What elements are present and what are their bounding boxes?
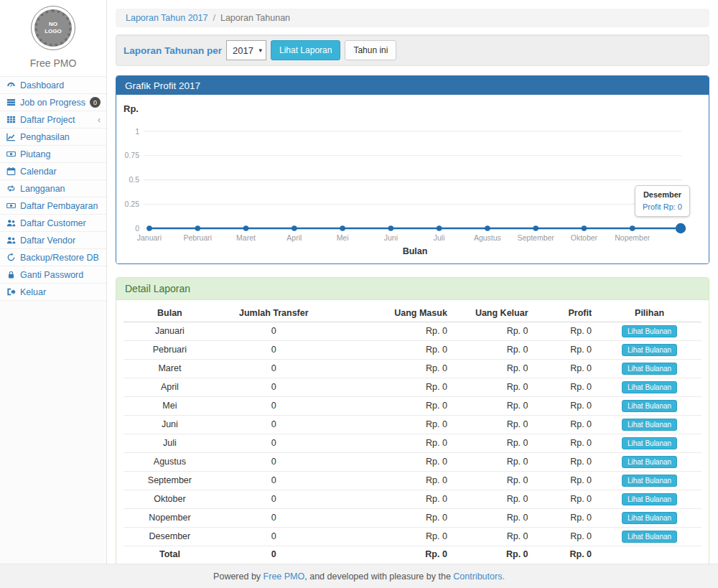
table-cell: Desember [123,527,216,546]
table-row: April0Rp. 0Rp. 0Rp. 0Lihat Bulanan [123,378,701,396]
lihat-bulanan-button[interactable]: Lihat Bulanan [622,531,677,543]
lihat-bulanan-button[interactable]: Lihat Bulanan [622,437,677,449]
x-tick-label: Juni [384,233,398,242]
sidebar-item-label: Ganti Password [20,270,83,280]
y-tick-label: 1 [135,127,139,136]
money-icon [6,201,16,211]
sidebar-item-job-on-progress[interactable]: Job on Progress0 [0,94,106,111]
y-tick-label: 0.25 [125,200,140,208]
table-cell: Rp. 0 [534,396,598,415]
lihat-laporan-button[interactable]: Lihat Laporan [271,40,340,60]
table-cell: Rp. 0 [534,415,598,434]
lihat-bulanan-button[interactable]: Lihat Bulanan [622,400,677,412]
sidebar-item-piutang[interactable]: Piutang [0,146,106,163]
table-cell: Rp. 0 [453,527,534,546]
table-row: Mei0Rp. 0Rp. 0Rp. 0Lihat Bulanan [123,396,701,415]
data-point-april[interactable] [292,225,297,231]
data-point-maret[interactable] [243,225,249,231]
table-header-row: BulanJumlah TransferUang MasukUang Kelua… [123,304,701,322]
lihat-bulanan-button[interactable]: Lihat Bulanan [622,512,677,524]
data-point-januari[interactable] [146,225,152,231]
sidebar-item-backup-restore-db[interactable]: Backup/Restore DB [0,249,106,266]
free-pmo-link[interactable]: Free PMO [264,571,305,582]
sidebar-item-daftar-pembayaran[interactable]: Daftar Pembayaran [0,197,106,215]
chevron-down-icon: ▾ [258,47,262,54]
gauge-icon [6,80,16,90]
data-point-september[interactable] [533,225,538,231]
sidebar-item-penghasilan[interactable]: Penghasilan [0,129,106,146]
table-cell: Juni [123,415,216,434]
table-row: Agustus0Rp. 0Rp. 0Rp. 0Lihat Bulanan [123,452,701,471]
y-tick-label: 0 [135,224,139,233]
x-tick-label: September [517,233,554,242]
table-row: Oktober0Rp. 0Rp. 0Rp. 0Lihat Bulanan [123,490,701,508]
x-tick-label: Pebruari [183,233,212,242]
table-cell: Rp. 0 [332,508,453,527]
table-cell: Rp. 0 [332,340,453,359]
tahun-ini-button[interactable]: Tahun ini [345,40,396,60]
data-point-juli[interactable] [437,225,442,231]
data-point-pebruari[interactable] [195,225,200,231]
y-tick-label: 0.5 [129,175,139,184]
list-icon [6,98,16,108]
lihat-bulanan-button[interactable]: Lihat Bulanan [622,493,677,505]
users-icon [6,235,16,246]
x-tick-label: Oktober [571,233,598,242]
table-cell: Rp. 0 [453,378,534,396]
breadcrumb-link-laporan-tahun[interactable]: Laporan Tahun 2017 [126,13,208,23]
sidebar-item-daftar-customer[interactable]: Daftar Customer [0,215,106,232]
line-chart-icon [6,132,16,142]
contributors-link[interactable]: Contributors. [453,571,505,582]
lihat-bulanan-button[interactable]: Lihat Bulanan [622,419,677,431]
tooltip-value: Profit Rp: 0 [643,201,682,213]
table-cell: Rp. 0 [332,359,453,378]
report-filter-bar: Laporan Tahunan per 2017 ▾ Lihat Laporan… [116,34,709,66]
table-cell: Rp. 0 [453,359,534,378]
sidebar-item-dashboard[interactable]: Dashboard [0,77,106,94]
data-point-oktober[interactable] [582,225,587,231]
table-cell: Rp. 0 [332,378,453,396]
table-cell: Rp. 0 [332,322,453,340]
sidebar-item-keluar[interactable]: Keluar [0,284,106,301]
chart-panel-body: Rp.10.750.50.250JanuariPebruariMaretApri… [116,95,709,263]
sidebar-item-daftar-vendor[interactable]: Daftar Vendor [0,232,106,249]
table-row: Juni0Rp. 0Rp. 0Rp. 0Lihat Bulanan [123,415,701,434]
table-cell: 0 [216,340,332,359]
lihat-bulanan-button[interactable]: Lihat Bulanan [622,325,677,337]
table-row: Januari0Rp. 0Rp. 0Rp. 0Lihat Bulanan [123,322,701,340]
data-point-agustus[interactable] [485,225,490,231]
lihat-bulanan-button[interactable]: Lihat Bulanan [622,381,677,393]
table-row: September0Rp. 0Rp. 0Rp. 0Lihat Bulanan [123,471,701,490]
data-point-nopember[interactable] [630,225,635,231]
x-axis-label: Bulan [403,246,428,256]
year-select[interactable]: 2017 ▾ [226,40,266,60]
table-cell: Oktober [123,490,216,508]
table-cell: 0 [216,490,332,508]
lihat-bulanan-button[interactable]: Lihat Bulanan [622,344,677,356]
table-cell: Rp. 0 [332,527,453,546]
lihat-bulanan-button[interactable]: Lihat Bulanan [622,456,677,468]
table-row: Desember0Rp. 0Rp. 0Rp. 0Lihat Bulanan [123,527,701,546]
data-point-desember[interactable] [676,223,686,233]
chart-tooltip: Desember Profit Rp: 0 [635,185,690,217]
sidebar-item-label: Piutang [20,149,50,159]
sidebar-item-ganti-password[interactable]: Ganti Password [0,266,106,284]
data-point-mei[interactable] [340,225,345,231]
table-cell: Rp. 0 [453,508,534,527]
report-table: BulanJumlah TransferUang MasukUang Kelua… [123,304,701,563]
logo: NO LOGO [0,0,106,53]
table-row: Juli0Rp. 0Rp. 0Rp. 0Lihat Bulanan [123,434,701,452]
sidebar-item-daftar-project[interactable]: Daftar Project‹ [0,111,106,129]
lihat-bulanan-button[interactable]: Lihat Bulanan [622,475,677,487]
lihat-bulanan-button[interactable]: Lihat Bulanan [622,363,677,375]
sidebar-item-calendar[interactable]: Calendar [0,163,106,180]
data-point-juni[interactable] [388,225,394,231]
sidebar-item-label: Daftar Customer [20,218,86,228]
table-cell: Januari [123,322,216,340]
column-header: Profit [534,304,598,322]
sidebar-item-langganan[interactable]: Langganan [0,180,106,197]
footer: Powered by Free PMO, and developed with … [0,564,718,588]
sidebar-item-label: Penghasilan [20,132,70,142]
breadcrumb-current: Laporan Tahunan [220,13,290,23]
table-cell: Rp. 0 [332,415,453,434]
